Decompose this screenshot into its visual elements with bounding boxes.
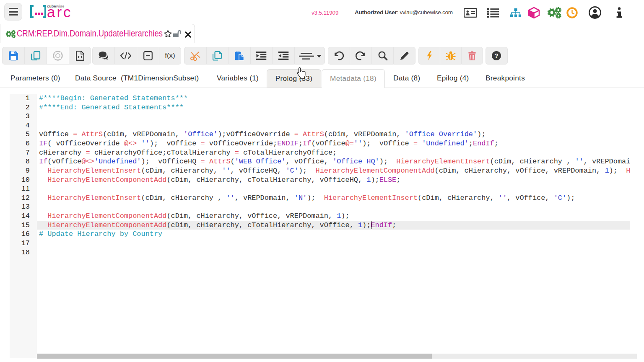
svg-text:?: ?	[494, 52, 498, 59]
